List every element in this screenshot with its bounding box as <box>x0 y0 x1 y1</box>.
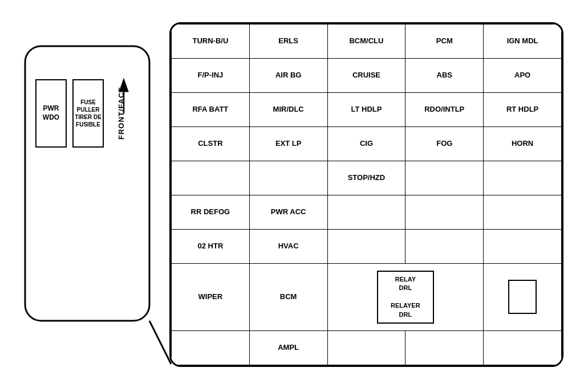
fuse-cell: CIG <box>327 127 405 161</box>
fuse-cell-empty <box>405 161 484 195</box>
fuse-cell: MIR/DLC <box>249 93 327 127</box>
fuse-cell-empty <box>405 195 484 230</box>
fuse-cell: PWR ACC <box>249 195 327 230</box>
fuse-cell: RR DEFOG <box>172 195 250 230</box>
fuse-puller-label: FUSE PULLER TIRER DE FUSIBLE <box>74 99 103 128</box>
table-row: RR DEFOG PWR ACC <box>172 195 562 230</box>
fuse-table: TURN-B/U ERLS BCM/CLU PCM IGN MDL F/P-IN… <box>171 24 562 365</box>
fuse-cell: STOP/HZD <box>327 161 405 195</box>
relay-cell: RELAYDRLRELAYERDRL <box>327 264 484 331</box>
fuse-cell: EXT LP <box>249 127 327 161</box>
pwr-wdo-box: PWR WDO <box>35 79 67 148</box>
fuse-cell-empty <box>484 161 562 195</box>
fuse-cell: FOG <box>405 127 484 161</box>
small-relay-box <box>508 280 537 314</box>
fuse-cell: ABS <box>405 59 484 93</box>
relay-drl-box: RELAYDRLRELAYERDRL <box>377 271 434 324</box>
fuse-cell-empty <box>405 230 484 264</box>
table-row: WIPER BCM RELAYDRLRELAYERDRL <box>172 264 562 331</box>
fuse-cell: RT HDLP <box>484 93 562 127</box>
fuse-cell-empty <box>484 230 562 264</box>
table-row: F/P-INJ AIR BG CRUISE ABS APO <box>172 59 562 93</box>
fuse-cell: RFA BATT <box>172 93 250 127</box>
table-row: AMPL <box>172 330 562 365</box>
fuse-cell: WIPER <box>172 264 250 331</box>
fuse-cell: 02 HTR <box>172 230 250 264</box>
fuse-table-container: TURN-B/U ERLS BCM/CLU PCM IGN MDL F/P-IN… <box>169 22 563 367</box>
fuse-cell: AIR BG <box>249 59 327 93</box>
fuse-puller-box: FUSE PULLER TIRER DE FUSIBLE <box>72 79 104 148</box>
fuse-cell: CRUISE <box>327 59 405 93</box>
fuse-cell: AMPL <box>249 330 327 365</box>
fuse-cell: HVAC <box>249 230 327 264</box>
fuse-cell: IGN MDL <box>484 24 562 59</box>
svg-line-1 <box>149 321 171 364</box>
fuse-cell-empty <box>405 330 484 365</box>
front-face-label: FRONT/FACE <box>117 87 125 140</box>
fuse-cell: LT HDLP <box>327 93 405 127</box>
fuse-cell: CLSTR <box>172 127 250 161</box>
fuse-cell-empty <box>327 195 405 230</box>
fuse-cell-empty <box>484 195 562 230</box>
table-row: STOP/HZD <box>172 161 562 195</box>
pwr-wdo-label: PWR WDO <box>36 104 66 122</box>
fuse-cell-empty <box>327 330 405 365</box>
table-row: 02 HTR HVAC <box>172 230 562 264</box>
fuse-diagram: PWR WDO FUSE PULLER TIRER DE FUSIBLE FRO… <box>18 11 566 381</box>
fuse-cell-empty <box>172 161 250 195</box>
fuse-cell: RDO/INTLP <box>405 93 484 127</box>
table-row: CLSTR EXT LP CIG FOG HORN <box>172 127 562 161</box>
fuse-cell-empty <box>249 161 327 195</box>
fuse-cell: BCM/CLU <box>327 24 405 59</box>
fuse-cell: HORN <box>484 127 562 161</box>
fuse-cell: BCM <box>249 264 327 331</box>
fuse-cell-empty <box>327 230 405 264</box>
fuse-cell: F/P-INJ <box>172 59 250 93</box>
fuse-cell: APO <box>484 59 562 93</box>
fuse-cell: ERLS <box>249 24 327 59</box>
table-row: RFA BATT MIR/DLC LT HDLP RDO/INTLP RT HD… <box>172 93 562 127</box>
fuse-cell: TURN-B/U <box>172 24 250 59</box>
fuse-cell: PCM <box>405 24 484 59</box>
fuse-cell-small <box>484 264 562 331</box>
fuse-cell-empty <box>172 330 250 365</box>
fuse-cell-empty <box>484 330 562 365</box>
table-row: TURN-B/U ERLS BCM/CLU PCM IGN MDL <box>172 24 562 59</box>
